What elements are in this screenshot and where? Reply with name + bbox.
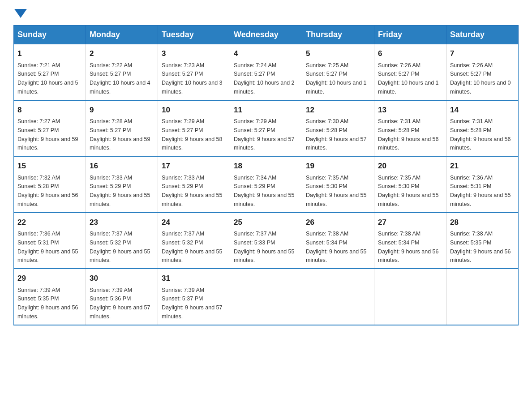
day-cell: 25 Sunrise: 7:37 AMSunset: 5:33 PMDaylig… <box>230 213 302 269</box>
day-info: Sunrise: 7:29 AMSunset: 5:27 PMDaylight:… <box>162 118 223 151</box>
day-number: 3 <box>162 48 226 60</box>
day-number: 30 <box>90 273 154 284</box>
day-cell: 19 Sunrise: 7:35 AMSunset: 5:30 PMDaylig… <box>302 156 374 213</box>
calendar-header: SundayMondayTuesdayWednesdayThursdayFrid… <box>14 26 519 44</box>
week-row-2: 8 Sunrise: 7:27 AMSunset: 5:27 PMDayligh… <box>14 100 519 157</box>
day-cell: 15 Sunrise: 7:32 AMSunset: 5:28 PMDaylig… <box>14 156 86 213</box>
header-row: SundayMondayTuesdayWednesdayThursdayFrid… <box>14 26 519 44</box>
day-number: 6 <box>378 48 442 60</box>
day-info: Sunrise: 7:39 AMSunset: 5:37 PMDaylight:… <box>162 287 223 320</box>
week-row-1: 1 Sunrise: 7:21 AMSunset: 5:27 PMDayligh… <box>14 44 519 100</box>
day-info: Sunrise: 7:37 AMSunset: 5:32 PMDaylight:… <box>90 231 150 263</box>
day-info: Sunrise: 7:36 AMSunset: 5:31 PMDaylight:… <box>17 231 78 263</box>
day-cell <box>302 269 374 325</box>
day-number: 23 <box>90 217 154 228</box>
day-info: Sunrise: 7:30 AMSunset: 5:28 PMDaylight:… <box>306 118 367 151</box>
day-number: 25 <box>234 217 298 228</box>
day-number: 20 <box>378 160 442 172</box>
day-info: Sunrise: 7:22 AMSunset: 5:27 PMDaylight:… <box>90 62 150 95</box>
day-number: 11 <box>234 104 298 116</box>
day-info: Sunrise: 7:39 AMSunset: 5:36 PMDaylight:… <box>90 287 150 320</box>
header-cell-sunday: Sunday <box>14 26 86 44</box>
header-cell-wednesday: Wednesday <box>230 26 302 44</box>
day-cell: 22 Sunrise: 7:36 AMSunset: 5:31 PMDaylig… <box>14 213 86 269</box>
day-number: 28 <box>450 217 515 228</box>
day-cell: 17 Sunrise: 7:33 AMSunset: 5:29 PMDaylig… <box>158 156 230 213</box>
day-cell <box>230 269 302 325</box>
day-cell: 5 Sunrise: 7:25 AMSunset: 5:27 PMDayligh… <box>302 44 374 100</box>
week-row-3: 15 Sunrise: 7:32 AMSunset: 5:28 PMDaylig… <box>14 156 519 213</box>
calendar-body: 1 Sunrise: 7:21 AMSunset: 5:27 PMDayligh… <box>14 44 519 325</box>
day-info: Sunrise: 7:36 AMSunset: 5:31 PMDaylight:… <box>450 175 511 207</box>
day-number: 1 <box>17 48 82 60</box>
day-info: Sunrise: 7:38 AMSunset: 5:34 PMDaylight:… <box>306 231 367 263</box>
day-number: 21 <box>450 160 515 172</box>
day-info: Sunrise: 7:26 AMSunset: 5:27 PMDaylight:… <box>378 62 439 95</box>
day-cell: 11 Sunrise: 7:29 AMSunset: 5:27 PMDaylig… <box>230 100 302 157</box>
day-info: Sunrise: 7:23 AMSunset: 5:27 PMDaylight:… <box>162 62 223 95</box>
day-number: 14 <box>450 104 515 116</box>
day-cell: 30 Sunrise: 7:39 AMSunset: 5:36 PMDaylig… <box>86 269 158 325</box>
header-cell-tuesday: Tuesday <box>158 26 230 44</box>
day-cell <box>374 269 446 325</box>
day-number: 31 <box>162 273 226 284</box>
day-number: 2 <box>90 48 154 60</box>
day-cell: 20 Sunrise: 7:35 AMSunset: 5:30 PMDaylig… <box>374 156 446 213</box>
day-cell: 21 Sunrise: 7:36 AMSunset: 5:31 PMDaylig… <box>446 156 519 213</box>
day-number: 18 <box>234 160 298 172</box>
day-info: Sunrise: 7:38 AMSunset: 5:34 PMDaylight:… <box>378 231 439 263</box>
day-info: Sunrise: 7:32 AMSunset: 5:28 PMDaylight:… <box>17 175 78 207</box>
day-info: Sunrise: 7:31 AMSunset: 5:28 PMDaylight:… <box>378 118 439 151</box>
day-cell: 27 Sunrise: 7:38 AMSunset: 5:34 PMDaylig… <box>374 213 446 269</box>
day-info: Sunrise: 7:37 AMSunset: 5:32 PMDaylight:… <box>162 231 223 263</box>
day-number: 12 <box>306 104 370 116</box>
day-info: Sunrise: 7:33 AMSunset: 5:29 PMDaylight:… <box>162 175 223 207</box>
day-info: Sunrise: 7:25 AMSunset: 5:27 PMDaylight:… <box>306 62 367 95</box>
day-cell: 1 Sunrise: 7:21 AMSunset: 5:27 PMDayligh… <box>14 44 86 100</box>
day-cell: 31 Sunrise: 7:39 AMSunset: 5:37 PMDaylig… <box>158 269 230 325</box>
day-info: Sunrise: 7:29 AMSunset: 5:27 PMDaylight:… <box>234 118 295 151</box>
day-info: Sunrise: 7:26 AMSunset: 5:27 PMDaylight:… <box>450 62 511 95</box>
day-number: 15 <box>17 160 82 172</box>
day-number: 9 <box>90 104 154 116</box>
week-row-4: 22 Sunrise: 7:36 AMSunset: 5:31 PMDaylig… <box>14 213 519 269</box>
day-cell: 10 Sunrise: 7:29 AMSunset: 5:27 PMDaylig… <box>158 100 230 157</box>
day-number: 4 <box>234 48 298 60</box>
day-info: Sunrise: 7:38 AMSunset: 5:35 PMDaylight:… <box>450 231 511 263</box>
day-cell: 13 Sunrise: 7:31 AMSunset: 5:28 PMDaylig… <box>374 100 446 157</box>
day-cell: 7 Sunrise: 7:26 AMSunset: 5:27 PMDayligh… <box>446 44 519 100</box>
logo-arrow-icon <box>14 9 27 18</box>
day-cell: 6 Sunrise: 7:26 AMSunset: 5:27 PMDayligh… <box>374 44 446 100</box>
day-number: 13 <box>378 104 442 116</box>
day-info: Sunrise: 7:35 AMSunset: 5:30 PMDaylight:… <box>306 175 367 207</box>
calendar-table: SundayMondayTuesdayWednesdayThursdayFrid… <box>13 25 519 325</box>
day-info: Sunrise: 7:31 AMSunset: 5:28 PMDaylight:… <box>450 118 511 151</box>
day-cell: 28 Sunrise: 7:38 AMSunset: 5:35 PMDaylig… <box>446 213 519 269</box>
header-cell-friday: Friday <box>374 26 446 44</box>
day-cell: 9 Sunrise: 7:28 AMSunset: 5:27 PMDayligh… <box>86 100 158 157</box>
day-cell <box>446 269 519 325</box>
day-number: 24 <box>162 217 226 228</box>
day-number: 7 <box>450 48 515 60</box>
logo <box>13 9 28 16</box>
day-info: Sunrise: 7:21 AMSunset: 5:27 PMDaylight:… <box>17 62 78 95</box>
day-info: Sunrise: 7:39 AMSunset: 5:35 PMDaylight:… <box>17 287 78 320</box>
day-number: 26 <box>306 217 370 228</box>
day-cell: 3 Sunrise: 7:23 AMSunset: 5:27 PMDayligh… <box>158 44 230 100</box>
day-number: 5 <box>306 48 370 60</box>
day-cell: 23 Sunrise: 7:37 AMSunset: 5:32 PMDaylig… <box>86 213 158 269</box>
day-number: 16 <box>90 160 154 172</box>
header-cell-thursday: Thursday <box>302 26 374 44</box>
page-header <box>13 9 519 16</box>
day-info: Sunrise: 7:28 AMSunset: 5:27 PMDaylight:… <box>90 118 150 151</box>
day-number: 8 <box>17 104 82 116</box>
day-info: Sunrise: 7:34 AMSunset: 5:29 PMDaylight:… <box>234 175 295 207</box>
day-cell: 29 Sunrise: 7:39 AMSunset: 5:35 PMDaylig… <box>14 269 86 325</box>
day-info: Sunrise: 7:37 AMSunset: 5:33 PMDaylight:… <box>234 231 295 263</box>
header-cell-saturday: Saturday <box>446 26 519 44</box>
logo-text <box>13 9 28 18</box>
day-number: 19 <box>306 160 370 172</box>
day-number: 29 <box>17 273 82 284</box>
day-cell: 16 Sunrise: 7:33 AMSunset: 5:29 PMDaylig… <box>86 156 158 213</box>
day-cell: 18 Sunrise: 7:34 AMSunset: 5:29 PMDaylig… <box>230 156 302 213</box>
